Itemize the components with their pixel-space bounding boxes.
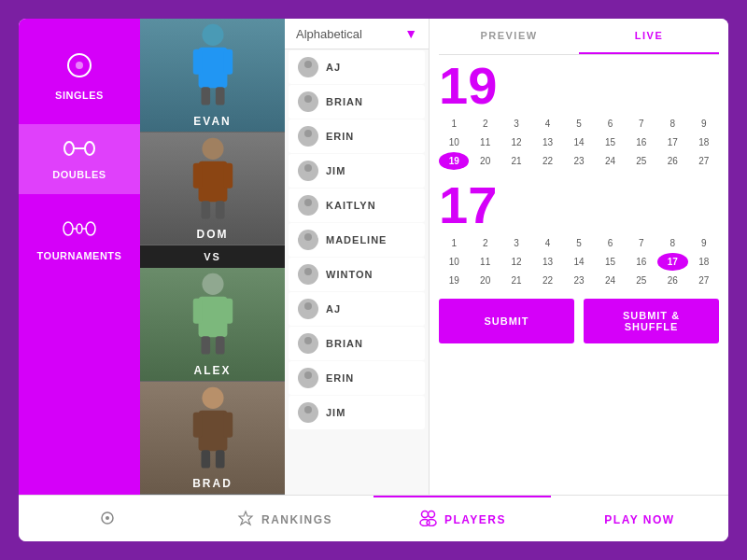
cal-cell[interactable]: 5 bbox=[564, 234, 594, 252]
nav-item-rankings[interactable]: RANKINGS bbox=[196, 496, 374, 541]
list-item[interactable]: AJ bbox=[289, 292, 425, 326]
cal-cell[interactable]: 21 bbox=[501, 152, 531, 170]
cal-cell[interactable]: 22 bbox=[532, 152, 562, 170]
svg-point-58 bbox=[421, 511, 428, 517]
cal-cell[interactable]: 27 bbox=[689, 272, 719, 289]
cal-cell[interactable]: 27 bbox=[689, 152, 719, 170]
cal-cell[interactable]: 26 bbox=[657, 152, 687, 170]
svg-point-22 bbox=[202, 273, 223, 295]
cal-cell[interactable]: 3 bbox=[501, 234, 531, 252]
cal-cell[interactable]: 12 bbox=[501, 133, 531, 151]
cal-cell[interactable]: 18 bbox=[689, 133, 719, 151]
cal-cell[interactable]: 20 bbox=[470, 272, 500, 289]
nav-item-play-now[interactable]: PLAY NOW bbox=[551, 496, 728, 541]
svg-rect-31 bbox=[223, 412, 233, 437]
cal-cell[interactable]: 20 bbox=[470, 152, 500, 170]
cal-cell[interactable]: 2 bbox=[470, 115, 500, 133]
nav-item-players[interactable]: PLAYERS bbox=[374, 496, 551, 541]
cal-cell[interactable]: 18 bbox=[689, 253, 719, 271]
name-text: BRIAN bbox=[326, 96, 363, 107]
svg-point-53 bbox=[303, 380, 314, 387]
submit-shuffle-button[interactable]: SUBMIT & SHUFFLE bbox=[584, 299, 719, 343]
list-item[interactable]: BRIAN bbox=[289, 327, 425, 360]
svg-point-39 bbox=[303, 138, 314, 146]
sort-dropdown-arrow[interactable]: ▼ bbox=[404, 26, 417, 41]
main-content: Singles Doubles bbox=[19, 19, 728, 495]
svg-rect-30 bbox=[192, 412, 202, 437]
names-list-column: Alphabetical ▼ AJ BRIAN bbox=[285, 19, 430, 495]
list-item[interactable]: WINTON bbox=[289, 258, 425, 291]
cal-cell[interactable]: 19 bbox=[439, 152, 469, 170]
cal-cell[interactable]: 1 bbox=[439, 115, 469, 133]
cal-cell[interactable]: 16 bbox=[627, 253, 656, 271]
players-label: PLAYERS bbox=[444, 513, 506, 526]
cal-cell[interactable]: 23 bbox=[564, 272, 594, 289]
cal-cell[interactable]: 9 bbox=[689, 234, 719, 252]
cal-cell[interactable]: 24 bbox=[595, 152, 625, 170]
cal-cell[interactable]: 13 bbox=[532, 253, 562, 271]
cal-cell[interactable]: 11 bbox=[470, 133, 500, 151]
list-item[interactable]: BRIAN bbox=[289, 85, 425, 119]
name-text: WINTON bbox=[326, 269, 373, 280]
cal-cell[interactable]: 15 bbox=[595, 133, 625, 151]
cal-cell[interactable]: 3 bbox=[501, 115, 531, 133]
player-card-evan: EVAN bbox=[140, 19, 285, 133]
svg-point-2 bbox=[64, 142, 74, 155]
list-item[interactable]: JIM bbox=[289, 396, 425, 429]
cal-cell[interactable]: 11 bbox=[470, 253, 500, 271]
cal-cell[interactable]: 8 bbox=[657, 115, 687, 133]
list-item[interactable]: KAITLYN bbox=[289, 189, 425, 222]
cal-cell[interactable]: 17 bbox=[657, 253, 687, 271]
cal-cell[interactable]: 17 bbox=[657, 133, 687, 151]
cal-cell[interactable]: 2 bbox=[470, 234, 500, 252]
cal-cell[interactable]: 22 bbox=[532, 272, 562, 289]
cal-cell[interactable]: 24 bbox=[595, 272, 625, 289]
tab-live[interactable]: LIVE bbox=[579, 19, 719, 54]
svg-point-43 bbox=[303, 207, 314, 215]
cal-cell[interactable]: 14 bbox=[564, 133, 594, 151]
cal-cell[interactable]: 7 bbox=[627, 115, 656, 133]
avatar bbox=[298, 161, 318, 181]
cal-cell[interactable]: 6 bbox=[595, 115, 625, 133]
svg-rect-17 bbox=[198, 161, 227, 201]
cal-cell[interactable]: 12 bbox=[501, 253, 531, 271]
list-item[interactable]: JIM bbox=[289, 154, 425, 188]
svg-point-54 bbox=[304, 406, 312, 413]
list-item[interactable]: AJ bbox=[289, 50, 425, 84]
sidebar-item-singles[interactable]: Singles bbox=[19, 37, 140, 115]
list-item[interactable]: ERIN bbox=[289, 361, 425, 395]
cal-cell[interactable]: 10 bbox=[439, 133, 469, 151]
cal-cell[interactable]: 1 bbox=[439, 234, 469, 252]
avatar bbox=[298, 195, 318, 216]
cal-cell[interactable]: 21 bbox=[501, 272, 531, 289]
cal-cell[interactable]: 19 bbox=[439, 272, 469, 289]
cal-cell[interactable]: 7 bbox=[627, 234, 656, 252]
cal-cell[interactable]: 25 bbox=[627, 272, 656, 289]
cal-cell[interactable]: 26 bbox=[657, 272, 687, 289]
svg-rect-29 bbox=[198, 410, 227, 450]
cal-cell[interactable]: 13 bbox=[532, 133, 562, 151]
cal-cell[interactable]: 15 bbox=[595, 253, 625, 271]
sidebar-item-doubles[interactable]: Doubles bbox=[19, 124, 140, 194]
list-item[interactable]: MADELINE bbox=[289, 223, 425, 257]
svg-point-9 bbox=[86, 222, 95, 235]
cal-cell[interactable]: 6 bbox=[595, 234, 625, 252]
cal-cell[interactable]: 4 bbox=[532, 115, 562, 133]
svg-rect-13 bbox=[223, 49, 233, 75]
submit-button[interactable]: SUBMIT bbox=[439, 299, 574, 343]
cal-cell[interactable]: 14 bbox=[564, 253, 594, 271]
cal-cell[interactable]: 10 bbox=[439, 253, 469, 271]
tab-preview[interactable]: PREVIEW bbox=[439, 19, 579, 54]
cal-cell[interactable]: 4 bbox=[532, 234, 562, 252]
cal-cell[interactable]: 9 bbox=[689, 115, 719, 133]
cal-cell[interactable]: 16 bbox=[627, 133, 656, 151]
list-item[interactable]: ERIN bbox=[289, 119, 425, 153]
sidebar-item-tournaments[interactable]: Tournaments bbox=[19, 203, 140, 275]
nav-item-ping[interactable] bbox=[19, 496, 196, 541]
cal-cell[interactable]: 5 bbox=[564, 115, 594, 133]
cal-cell[interactable]: 8 bbox=[657, 234, 687, 252]
cal-cell[interactable]: 23 bbox=[564, 152, 594, 170]
sidebar: Singles Doubles bbox=[19, 19, 140, 495]
names-list: AJ BRIAN ERIN bbox=[285, 49, 429, 495]
cal-cell[interactable]: 25 bbox=[627, 152, 656, 170]
